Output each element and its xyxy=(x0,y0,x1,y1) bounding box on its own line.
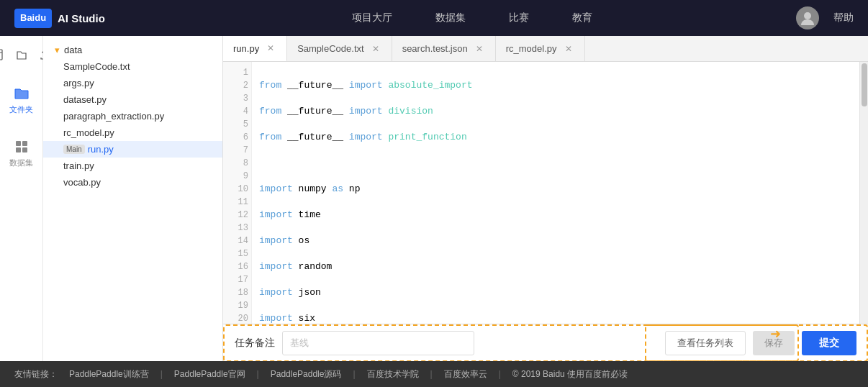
file-samplecode[interactable]: SampleCode.txt xyxy=(43,58,222,75)
task-input[interactable] xyxy=(282,331,474,355)
footer-copyright: © 2019 Baidu 使用百度前必读 xyxy=(512,368,628,381)
footer-prefix: 友情链接： xyxy=(14,368,58,381)
studio-label: AI Studio xyxy=(58,12,105,24)
new-file-btn[interactable] xyxy=(0,46,9,63)
file-train[interactable]: train.py xyxy=(43,158,222,174)
file-dataset[interactable]: dataset.py xyxy=(43,91,222,108)
footer-link-academy[interactable]: 百度技术学院 xyxy=(367,368,419,381)
footer-link-cloud[interactable]: 百度效率云 xyxy=(444,368,487,381)
nav-jiaoyu[interactable]: 教育 xyxy=(572,12,592,24)
nav-xiangmu[interactable]: 项目大厅 xyxy=(352,12,392,24)
file-args[interactable]: args.py xyxy=(43,75,222,91)
nav-bisai[interactable]: 比赛 xyxy=(509,12,529,24)
svg-rect-9 xyxy=(16,147,21,152)
file-run[interactable]: Main run.py xyxy=(43,141,222,158)
folder-icon xyxy=(11,85,32,102)
main-badge: Main xyxy=(63,145,85,154)
folder-name: data xyxy=(64,45,82,55)
line-numbers: 1234 5678 9101112 13141516 17181920 2122… xyxy=(223,62,252,324)
view-tasks-btn[interactable]: 查看任务列表 xyxy=(665,331,746,355)
tab-label: run.py xyxy=(233,43,259,54)
topnav: Baidu AI Studio 项目大厅 数据集 比赛 教育 帮助 xyxy=(0,0,868,36)
svg-text:Baidu: Baidu xyxy=(20,12,46,23)
baidu-logo: Baidu xyxy=(14,9,52,28)
tab-label: SampleCode.txt xyxy=(297,43,364,54)
file-label: paragraph_extraction.py xyxy=(63,111,164,122)
file-paragraph[interactable]: paragraph_extraction.py xyxy=(43,108,222,124)
tab-search-test[interactable]: search.test.json ✕ xyxy=(392,36,496,62)
footer-sep: | xyxy=(499,369,501,379)
bottom-bar: ➜ 任务备注 查看任务列表 保存 提交 xyxy=(223,324,868,361)
new-folder-btn[interactable] xyxy=(12,46,32,63)
footer-link-paddlecamp[interactable]: PaddlePaddle训练营 xyxy=(69,368,149,381)
submit-btn[interactable]: 提交 xyxy=(802,331,856,355)
tab-close-btn[interactable]: ✕ xyxy=(563,43,574,55)
footer-link-paddlesrc[interactable]: PaddlePaddle源码 xyxy=(271,368,342,381)
footer-sep: | xyxy=(353,369,355,379)
tab-label: rc_model.py xyxy=(506,43,557,54)
file-label: args.py xyxy=(63,78,94,88)
footer-link-paddleofficial[interactable]: PaddlePaddle官网 xyxy=(174,368,245,381)
svg-rect-8 xyxy=(22,141,27,146)
svg-point-1 xyxy=(804,12,811,19)
vertical-scrollbar[interactable] xyxy=(859,62,868,324)
file-label: SampleCode.txt xyxy=(63,61,130,72)
nav-section: 文件夹 数据集 xyxy=(5,81,37,173)
tab-close-btn[interactable]: ✕ xyxy=(370,43,381,55)
scrollbar-thumb[interactable] xyxy=(862,63,867,106)
dataset-label: 数据集 xyxy=(9,158,33,168)
left-nav: 文件夹 数据集 xyxy=(0,36,43,361)
avatar[interactable] xyxy=(796,6,819,29)
tab-rcmodel[interactable]: rc_model.py ✕ xyxy=(496,36,585,62)
file-label: rc_model.py xyxy=(63,127,114,138)
app-wrapper: Baidu AI Studio 项目大厅 数据集 比赛 教育 帮助 xyxy=(0,0,868,387)
code-content[interactable]: from __future__ import absolute_import f… xyxy=(252,62,859,324)
tab-samplecode[interactable]: SampleCode.txt ✕ xyxy=(287,36,392,62)
svg-rect-7 xyxy=(16,141,21,146)
footer: 友情链接： PaddlePaddle训练营 | PaddlePaddle官网 |… xyxy=(0,361,868,387)
save-btn[interactable]: 保存 xyxy=(753,331,795,355)
nav-shujuji[interactable]: 数据集 xyxy=(435,12,466,24)
file-tree: ▾ data SampleCode.txt args.py dataset.py… xyxy=(43,36,223,361)
dataset-icon xyxy=(11,138,32,155)
files-label: 文件夹 xyxy=(9,104,33,115)
editor-area: run.py ✕ SampleCode.txt ✕ search.test.js… xyxy=(223,36,868,361)
content-row: 文件夹 数据集 ▾ data SampleCode.txt args.py xyxy=(0,36,868,361)
svg-rect-10 xyxy=(22,147,27,152)
editor-tabs: run.py ✕ SampleCode.txt ✕ search.test.js… xyxy=(223,36,868,62)
svg-rect-2 xyxy=(0,50,2,60)
file-vocab[interactable]: vocab.py xyxy=(43,174,222,191)
task-label: 任务备注 xyxy=(235,337,275,350)
help-link[interactable]: 帮助 xyxy=(833,12,854,24)
tab-run-py[interactable]: run.py ✕ xyxy=(223,36,287,62)
file-label: vocab.py xyxy=(63,177,101,188)
tab-close-btn[interactable]: ✕ xyxy=(474,43,485,55)
code-editor[interactable]: 1234 5678 9101112 13141516 17181920 2122… xyxy=(223,62,868,324)
footer-sep: | xyxy=(161,369,163,379)
folder-data[interactable]: ▾ data xyxy=(43,42,222,58)
tab-label: search.test.json xyxy=(402,43,468,54)
topnav-links: 项目大厅 数据集 比赛 教育 xyxy=(148,12,796,24)
file-rcmodel[interactable]: rc_model.py xyxy=(43,124,222,141)
sidebar-item-files[interactable]: 文件夹 xyxy=(5,81,37,119)
tab-close-btn[interactable]: ✕ xyxy=(265,42,276,54)
file-label: run.py xyxy=(88,144,114,155)
file-label: train.py xyxy=(63,160,94,171)
footer-sep: | xyxy=(430,369,433,379)
footer-sep: | xyxy=(257,369,259,379)
file-label: dataset.py xyxy=(63,94,107,105)
chevron-down-icon: ▾ xyxy=(55,45,60,55)
topnav-right: 帮助 xyxy=(796,6,854,29)
logo: Baidu AI Studio xyxy=(14,9,105,28)
sidebar-item-dataset[interactable]: 数据集 xyxy=(5,134,37,173)
